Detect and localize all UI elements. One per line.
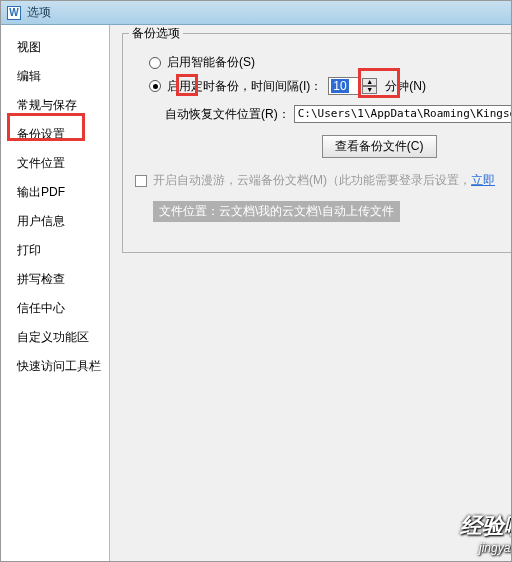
restore-location-label: 自动恢复文件位置(R)： xyxy=(165,106,290,123)
cloud-roaming-label: 开启自动漫游，云端备份文档(M)（此功能需要登录后设置， xyxy=(153,172,471,189)
sidebar-item-print[interactable]: 打印 xyxy=(1,236,109,265)
cloud-roaming-checkbox[interactable] xyxy=(135,175,147,187)
sidebar-item-general-save[interactable]: 常规与保存 xyxy=(1,91,109,120)
radio-smart-backup[interactable] xyxy=(149,57,161,69)
backup-options-group: 备份选项 启用智能备份(S) 启用定时备份，时间间隔(I)： 10 ▲ ▼ 分钟… xyxy=(122,33,512,253)
watermark-brand: 经验啦 xyxy=(460,513,512,538)
sidebar: 视图 编辑 常规与保存 备份设置 文件位置 输出PDF 用户信息 打印 拼写检查… xyxy=(1,25,110,561)
sidebar-item-user-info[interactable]: 用户信息 xyxy=(1,207,109,236)
sidebar-item-file-location[interactable]: 文件位置 xyxy=(1,149,109,178)
watermark-domain: jingyanla.com xyxy=(460,541,512,555)
main-panel: 备份选项 启用智能备份(S) 启用定时备份，时间间隔(I)： 10 ▲ ▼ 分钟… xyxy=(110,25,512,561)
spinner-down-icon[interactable]: ▼ xyxy=(362,86,377,94)
interval-spinner[interactable]: ▲ ▼ xyxy=(362,78,377,94)
container: 视图 编辑 常规与保存 备份设置 文件位置 输出PDF 用户信息 打印 拼写检查… xyxy=(1,25,511,561)
sidebar-item-quick-access[interactable]: 快速访问工具栏 xyxy=(1,352,109,381)
window-title: 选项 xyxy=(27,4,51,21)
app-icon: W xyxy=(7,6,21,20)
sidebar-item-edit[interactable]: 编辑 xyxy=(1,62,109,91)
view-backup-files-button[interactable]: 查看备份文件(C) xyxy=(322,135,437,158)
group-title: 备份选项 xyxy=(129,25,183,42)
sidebar-item-spellcheck[interactable]: 拼写检查 xyxy=(1,265,109,294)
radio-timed-backup[interactable] xyxy=(149,80,161,92)
titlebar: W 选项 xyxy=(1,1,511,25)
sidebar-item-custom-ribbon[interactable]: 自定义功能区 xyxy=(1,323,109,352)
sidebar-item-trust-center[interactable]: 信任中心 xyxy=(1,294,109,323)
watermark: 经验啦✓ jingyanla.com xyxy=(460,509,512,555)
sidebar-item-output-pdf[interactable]: 输出PDF xyxy=(1,178,109,207)
interval-input[interactable]: 10 xyxy=(328,77,360,95)
restore-path-input[interactable]: C:\Users\1\AppData\Roaming\Kingsoft\of xyxy=(294,105,512,123)
minutes-label: 分钟(N) xyxy=(385,78,426,95)
login-link[interactable]: 立即 xyxy=(471,172,495,189)
spinner-up-icon[interactable]: ▲ xyxy=(362,78,377,86)
sidebar-item-view[interactable]: 视图 xyxy=(1,33,109,62)
smart-backup-label: 启用智能备份(S) xyxy=(167,54,255,71)
sidebar-item-backup-settings[interactable]: 备份设置 xyxy=(1,120,109,149)
cloud-path-label: 文件位置：云文档\我的云文档\自动上传文件 xyxy=(153,201,400,222)
timed-backup-label: 启用定时备份，时间间隔(I)： xyxy=(167,78,322,95)
